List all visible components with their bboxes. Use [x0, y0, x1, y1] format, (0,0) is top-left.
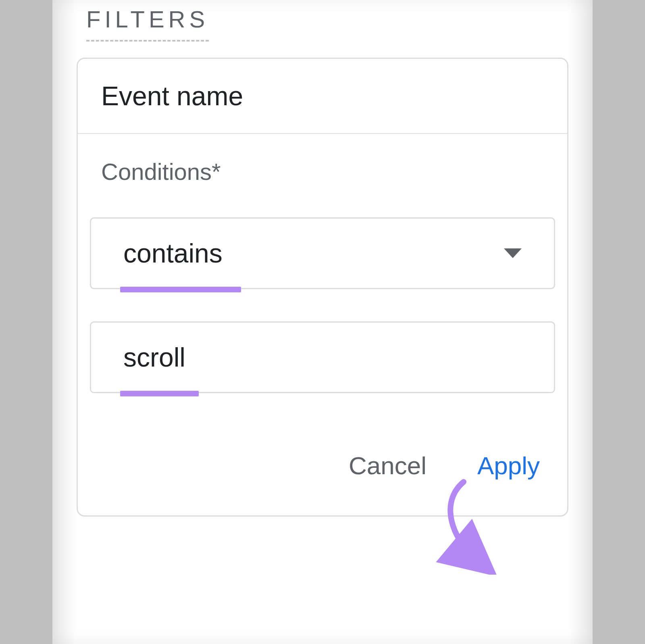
filter-card-body: Conditions* contains Cancel Apply	[78, 134, 567, 515]
chevron-down-icon	[504, 248, 522, 258]
highlight-underline	[120, 391, 199, 396]
cancel-button[interactable]: Cancel	[345, 450, 430, 481]
dimension-name: Event name	[101, 81, 544, 111]
filter-card: Event name Conditions* contains Cancel A…	[77, 58, 568, 517]
operator-select-wrap: contains	[90, 217, 555, 289]
value-input-wrap	[90, 321, 555, 393]
apply-button[interactable]: Apply	[474, 450, 543, 481]
filter-card-header[interactable]: Event name	[78, 59, 567, 134]
conditions-label: Conditions*	[90, 158, 555, 185]
operator-select-value: contains	[123, 238, 223, 269]
operator-select[interactable]: contains	[90, 217, 555, 289]
button-row: Cancel Apply	[90, 425, 555, 499]
filters-section-label: FILTERS	[86, 0, 209, 42]
filter-value-input[interactable]	[90, 321, 555, 393]
filters-panel: FILTERS Event name Conditions* contains …	[52, 0, 593, 644]
highlight-underline	[120, 287, 241, 292]
